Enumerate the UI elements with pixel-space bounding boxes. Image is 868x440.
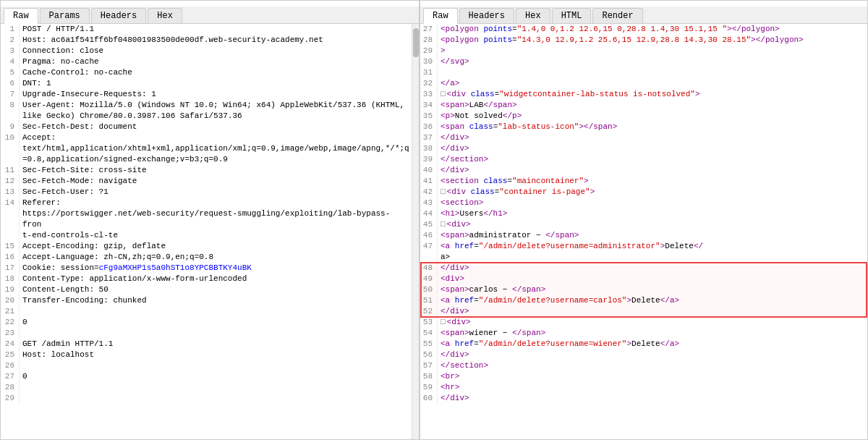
line-html-content: <div> [441, 274, 866, 284]
tab-params[interactable]: Params [40, 8, 90, 23]
line-html-content: □<div class="widgetcontainer-lab-status … [441, 89, 866, 100]
request-line: t-end-controls-cl-te [1, 230, 412, 241]
line-number [4, 208, 20, 230]
request-content-area[interactable]: 1POST / HTTP/1.12Host: ac6a1f541ff6bf048… [1, 24, 412, 439]
response-panel: Raw Headers Hex HTML Render 27<polygon p… [420, 0, 868, 440]
response-line: 53 □<div> [420, 317, 867, 328]
response-line: 30 </svg> [420, 56, 867, 67]
line-number: 27 [422, 24, 438, 35]
response-line: a> [420, 252, 867, 263]
line-html-content: </div> [441, 143, 866, 154]
line-number: 29 [422, 46, 438, 56]
line-number: 14 [4, 198, 20, 208]
line-number: 31 [422, 67, 438, 78]
line-text: Cookie: session=cFg9aMXHP1s5a0hST1o8YPCB… [22, 263, 409, 274]
line-html-content: <span class="lab-status-icon"></span> [441, 122, 866, 132]
tab-headers-response[interactable]: Headers [459, 8, 514, 23]
request-line: 13Sec-Fetch-User: ?1 [1, 187, 412, 198]
response-line: 40 </div> [420, 165, 867, 176]
line-number: 20 [4, 295, 20, 306]
line-number: 28 [422, 35, 438, 46]
line-number: 53 [422, 317, 438, 328]
response-line: 42 □<div class="container is-page"> [420, 187, 867, 198]
response-title [420, 1, 867, 7]
line-number: 52 [422, 306, 438, 317]
line-number [4, 230, 20, 241]
line-html-content: </div> [441, 165, 866, 176]
request-line: 25Host: localhost [1, 350, 412, 360]
line-number [4, 143, 20, 154]
line-number: 46 [422, 230, 438, 241]
line-text [22, 393, 409, 404]
line-text: POST / HTTP/1.1 [22, 24, 409, 35]
line-number: 41 [422, 176, 438, 187]
line-number: 18 [4, 274, 20, 284]
line-number: 13 [4, 187, 20, 198]
request-line: 2Host: ac6a1f541ff6bf048001983500de00df.… [1, 35, 412, 46]
tab-raw-request[interactable]: Raw [4, 8, 38, 24]
line-number: 19 [4, 284, 20, 295]
response-line: 34 <span>LAB</span> [420, 100, 867, 111]
line-text: Pragma: no-cache [22, 56, 409, 67]
response-line: 37 </div> [420, 132, 867, 143]
request-scrollbar-track[interactable] [412, 24, 419, 439]
response-line: 55 <a href="/admin/delete?username=wiene… [420, 339, 867, 350]
tab-render[interactable]: Render [592, 8, 642, 23]
line-number: 49 [422, 274, 438, 284]
tab-raw-response[interactable]: Raw [423, 8, 458, 24]
line-number: 56 [422, 350, 438, 360]
response-line: 33 □<div class="widgetcontainer-lab-stat… [420, 89, 867, 100]
line-number: 37 [422, 132, 438, 143]
response-line: 51 <a href="/admin/delete?username=carlo… [420, 295, 867, 306]
line-text: Accept: [22, 132, 409, 143]
line-number: 34 [422, 100, 438, 111]
line-text [22, 306, 409, 317]
tab-hex-request[interactable]: Hex [148, 8, 182, 23]
response-line: 48 </div> [420, 263, 867, 274]
line-html-content: </div> [441, 306, 866, 317]
line-number: 42 [422, 187, 438, 198]
line-text: Sec-Fetch-User: ?1 [22, 187, 409, 198]
line-html-content: <section class="maincontainer"> [441, 176, 866, 187]
line-text: User-Agent: Mozilla/5.0 (Windows NT 10.0… [22, 100, 409, 111]
response-line: 50 <span>carlos − </span> [420, 284, 867, 295]
request-line: 9Sec-Fetch-Dest: document [1, 122, 412, 132]
line-number: 3 [4, 46, 20, 56]
line-number: 60 [422, 393, 438, 404]
line-html-content: </a> [441, 78, 866, 89]
line-number: 24 [4, 339, 20, 350]
line-number: 38 [422, 143, 438, 154]
request-line: 8User-Agent: Mozilla/5.0 (Windows NT 10.… [1, 100, 412, 111]
request-scrollbar-thumb[interactable] [413, 28, 419, 57]
line-number: 33 [422, 89, 438, 100]
line-text: DNT: 1 [22, 78, 409, 89]
line-text: Host: localhost [22, 350, 409, 360]
line-text: Host: ac6a1f541ff6bf048001983500de00df.w… [22, 35, 409, 46]
request-panel: Raw Params Headers Hex 1POST / HTTP/1.12… [0, 0, 420, 440]
response-line: 60 </div> [420, 393, 867, 404]
line-html-content: <hr> [441, 382, 866, 393]
response-line: 46 <span>administrator − </span> [420, 230, 867, 241]
tab-hex-response[interactable]: Hex [516, 8, 550, 23]
request-line: 7Upgrade-Insecure-Requests: 1 [1, 89, 412, 100]
request-line: 20Transfer-Encoding: chunked [1, 295, 412, 306]
tab-headers-request[interactable]: Headers [91, 8, 146, 23]
line-html-content: <span>carlos − </span> [441, 284, 866, 295]
line-html-content: </div> [441, 132, 866, 143]
line-html-content: </div> [441, 393, 866, 404]
line-number [422, 252, 438, 263]
request-line: 14Referer: [1, 198, 412, 208]
request-line: 1POST / HTTP/1.1 [1, 24, 412, 35]
line-number: 26 [4, 360, 20, 371]
line-number: 12 [4, 176, 20, 187]
response-content-area[interactable]: 27<polygon points="1.4,0 0,1.2 12.6,15 0… [420, 24, 867, 439]
line-number: 55 [422, 339, 438, 350]
request-line: 18Content-Type: application/x-www-form-u… [1, 274, 412, 284]
tab-html[interactable]: HTML [552, 8, 592, 23]
line-html-content: □<div> [441, 219, 866, 230]
response-line: 35 <p>Not solved</p> [420, 111, 867, 122]
line-text: t-end-controls-cl-te [22, 230, 409, 241]
response-line: 52 </div> [420, 306, 867, 317]
request-line: 10Accept: [1, 132, 412, 143]
line-html-content: <span>LAB</span> [441, 100, 866, 111]
